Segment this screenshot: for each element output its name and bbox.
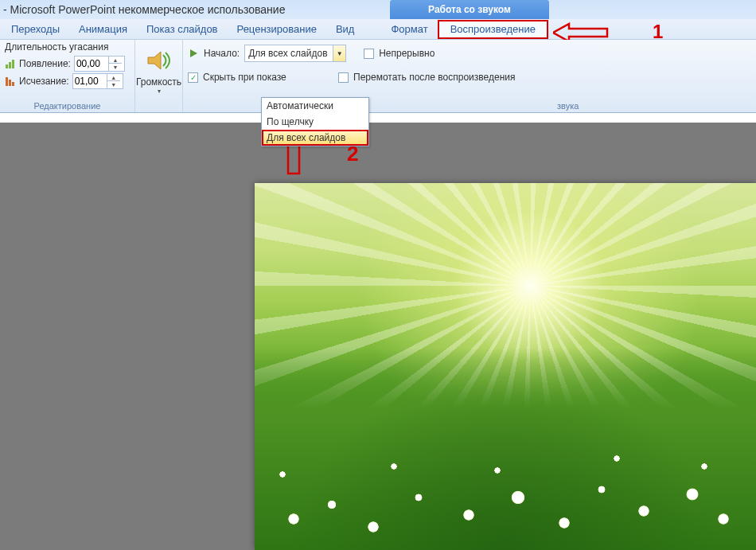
fade-in-icon [5, 58, 16, 69]
rewind-checkbox[interactable] [338, 72, 349, 83]
volume-dropdown-icon[interactable]: ▾ [158, 88, 161, 95]
svg-rect-3 [12, 60, 14, 68]
group-volume: Громкость ▾ [135, 40, 183, 112]
spin-up-icon[interactable]: ▲ [109, 57, 122, 64]
tab-review[interactable]: Рецензирование [228, 19, 326, 40]
dropdown-item-onclick[interactable]: По щелчку [262, 114, 368, 130]
tab-animation[interactable]: Анимация [69, 19, 137, 40]
spin-down-icon[interactable]: ▼ [107, 81, 120, 88]
fade-in-spinner[interactable]: ▲▼ [74, 56, 125, 72]
svg-rect-2 [9, 62, 11, 68]
hide-label: Скрыть при показе [203, 72, 321, 83]
fade-duration-label: Длительность угасания [5, 41, 130, 53]
svg-rect-1 [6, 64, 8, 68]
svg-marker-7 [148, 52, 161, 69]
tab-format[interactable]: Формат [381, 19, 437, 40]
slide-canvas[interactable] [255, 183, 756, 550]
title-bar: - Microsoft PowerPoint некоммерческое ис… [0, 0, 756, 19]
loop-checkbox[interactable] [364, 49, 374, 59]
dropdown-item-allslides[interactable]: Для всех слайдов [262, 130, 368, 146]
start-dropdown-list: Автоматически По щелчку Для всех слайдов [261, 97, 369, 146]
app-title: - Microsoft PowerPoint некоммерческое ис… [3, 3, 285, 16]
svg-marker-8 [190, 49, 197, 57]
tab-playback[interactable]: Воспроизведение [438, 20, 548, 39]
hide-checkbox[interactable]: ✓ [188, 72, 198, 83]
svg-rect-6 [12, 82, 14, 86]
fade-in-label: Появление: [19, 58, 71, 69]
fade-out-label: Исчезание: [19, 76, 69, 87]
dropdown-item-auto[interactable]: Автоматически [262, 98, 368, 114]
loop-label: Непрерывно [379, 48, 435, 59]
tab-slideshow[interactable]: Показ слайдов [137, 19, 228, 40]
group-label-editing: Редактирование [0, 101, 134, 111]
start-combobox[interactable]: Для всех слайдов ▼ [244, 45, 346, 62]
ribbon-tabs: Переходы Анимация Показ слайдов Рецензир… [0, 19, 756, 40]
slide-image [255, 183, 756, 550]
group-sound-options: Начало: Для всех слайдов ▼ Непрерывно ✓ … [183, 40, 565, 112]
fade-in-value[interactable] [75, 58, 108, 69]
tab-transitions[interactable]: Переходы [2, 19, 69, 40]
group-editing: Длительность угасания Появление: ▲▼ Исче… [0, 40, 135, 112]
ribbon: Длительность угасания Появление: ▲▼ Исче… [0, 40, 756, 113]
checkmark-icon: ✓ [190, 73, 197, 82]
fade-out-spinner[interactable]: ▲▼ [72, 73, 123, 89]
svg-rect-4 [6, 77, 8, 86]
fade-out-value[interactable] [73, 76, 107, 87]
volume-icon[interactable] [145, 46, 173, 75]
rewind-label: Перемотать после воспроизведения [353, 72, 515, 83]
combobox-dropdown-icon[interactable]: ▼ [333, 45, 345, 61]
svg-rect-5 [9, 80, 11, 86]
svg-marker-0 [553, 24, 607, 41]
group-label-sound-options: звука [557, 101, 579, 111]
spin-up-icon[interactable]: ▲ [107, 74, 120, 81]
spin-down-icon[interactable]: ▼ [109, 64, 122, 71]
start-label: Начало: [204, 48, 240, 59]
start-combobox-value: Для всех слайдов [248, 48, 327, 59]
volume-label[interactable]: Громкость [136, 76, 181, 88]
fade-out-icon [5, 76, 16, 87]
tab-view[interactable]: Вид [326, 19, 364, 40]
contextual-tab-header: Работа со звуком [390, 0, 549, 19]
start-icon [188, 48, 199, 59]
